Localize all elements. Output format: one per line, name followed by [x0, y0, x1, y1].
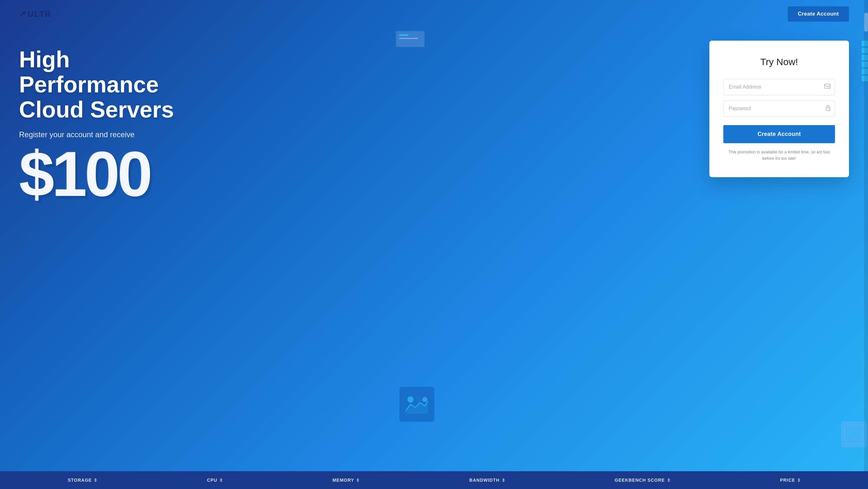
form-note: This promotion is available for a limite…	[723, 149, 835, 161]
logo-text: ULTR	[28, 9, 52, 19]
col-price[interactable]: PRICE	[780, 478, 800, 483]
logo: ➚ ULTR	[19, 9, 52, 19]
create-account-button[interactable]: Create Account	[723, 125, 835, 143]
sort-icon-memory	[356, 478, 359, 482]
nav-create-account-button[interactable]: Create Account	[788, 6, 849, 22]
col-memory[interactable]: MEMORY	[333, 478, 359, 483]
svg-point-0	[407, 396, 414, 403]
sort-icon-storage	[94, 478, 97, 482]
col-storage[interactable]: STORAGE	[68, 478, 97, 483]
logo-icon: ➚	[19, 9, 26, 19]
hero-section: High Performance Cloud Servers Register …	[0, 28, 868, 472]
svg-point-1	[415, 396, 422, 403]
col-geekbench[interactable]: GEEKBENCH SCORE	[615, 478, 670, 483]
password-input[interactable]	[723, 100, 835, 117]
hero-subtitle: Register your account and receive	[19, 130, 216, 139]
svg-text:2: 2	[829, 109, 830, 111]
navbar: ➚ ULTR Create Account	[0, 0, 868, 28]
cpu-label: CPU	[849, 432, 858, 437]
col-bandwidth[interactable]: BANDWIDTH	[469, 478, 504, 483]
sort-icon-geekbench	[668, 478, 670, 482]
deco-chart	[399, 387, 434, 422]
sort-icon-bandwidth	[502, 478, 505, 482]
hero-left: High Performance Cloud Servers Register …	[19, 41, 216, 203]
svg-point-2	[422, 397, 427, 402]
hero-title: High Performance Cloud Servers	[19, 47, 216, 122]
table-header: STORAGE CPU MEMORY BANDWIDTH GEEKBENCH S…	[0, 471, 868, 489]
sort-icon-cpu	[220, 478, 222, 482]
email-field-group: 2	[723, 79, 835, 95]
col-cpu-label: CPU	[207, 478, 217, 483]
sort-icon-price	[798, 478, 800, 482]
form-title: Try Now!	[723, 57, 835, 67]
email-icon: 2	[824, 84, 831, 90]
col-storage-label: STORAGE	[68, 478, 92, 483]
signup-form-card: Try Now! 2 2 Create	[709, 41, 849, 177]
col-price-label: PRICE	[780, 478, 795, 483]
password-icon: 2	[826, 105, 831, 113]
password-field-group: 2	[723, 100, 835, 117]
col-cpu[interactable]: CPU	[207, 478, 222, 483]
email-input[interactable]	[723, 79, 835, 95]
deco-server-graphic	[396, 31, 425, 47]
col-bandwidth-label: BANDWIDTH	[469, 478, 499, 483]
scrollbar[interactable]	[864, 0, 868, 489]
deco-cpu-chip: CPU	[841, 422, 866, 447]
hero-amount: $100	[19, 145, 216, 203]
col-memory-label: MEMORY	[333, 478, 354, 483]
svg-marker-3	[406, 401, 428, 414]
svg-text:2: 2	[828, 86, 830, 89]
col-geekbench-label: GEEKBENCH SCORE	[615, 478, 665, 483]
